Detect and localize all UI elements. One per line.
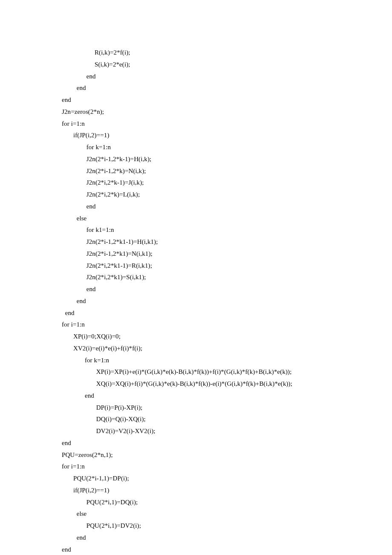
code-line: S(i,k)=2*e(i);	[62, 59, 352, 71]
code-line: PQU=zeros(2*n,1);	[62, 449, 352, 461]
code-line: end	[62, 544, 352, 555]
code-line: for k1=1:n	[62, 224, 352, 236]
code-line: end	[62, 532, 352, 544]
code-line: DP(i)=P(i)-XP(i);	[62, 402, 352, 414]
code-line: for i=1:n	[62, 118, 352, 130]
code-line: XP(i)=0;XQ(i)=0;	[62, 331, 352, 343]
code-line: end	[62, 437, 352, 449]
code-line: end	[62, 94, 352, 106]
code-line: else	[62, 508, 352, 520]
code-line: if(JP(i,2)==1)	[62, 485, 352, 497]
code-line: end	[62, 201, 352, 213]
code-line: XV2(i)=e(i)*e(i)+f(i)*f(i);	[62, 343, 352, 355]
code-line: J2n(2*i-1,2*k1-1)=H(i,k1);	[62, 236, 352, 248]
code-line: J2n=zeros(2*n);	[62, 106, 352, 118]
code-listing: R(i,k)=2*f(i); S(i,k)=2*e(i); end endend…	[62, 47, 352, 555]
code-line: for k=1:n	[62, 142, 352, 153]
code-line: if(JP(i,2)==1)	[62, 130, 352, 142]
code-line: J2n(2*i-1,2*k-1)=H(i,k);	[62, 153, 352, 165]
code-line: J2n(2*i,2*k-1)=J(i,k);	[62, 177, 352, 189]
code-line: end	[62, 390, 352, 402]
code-line: for i=1:n	[62, 461, 352, 473]
code-line: for i=1:n	[62, 319, 352, 331]
code-line: J2n(2*i,2*k1-1)=R(i,k1);	[62, 260, 352, 272]
code-line: DV2(i)=V2(i)-XV2(i);	[62, 425, 352, 437]
code-line: R(i,k)=2*f(i);	[62, 47, 352, 59]
code-line: PQU(2*i,1)=DV2(i);	[62, 520, 352, 532]
code-line: XP(i)=XP(i)+e(i)*(G(i,k)*e(k)-B(i,k)*f(k…	[62, 366, 352, 378]
code-line: J2n(2*i,2*k1)=S(i,k1);	[62, 272, 352, 283]
code-line: PQU(2*i,1)=DQ(i);	[62, 497, 352, 509]
code-line: end	[62, 82, 352, 94]
code-line: XQ(i)=XQ(i)+f(i)*(G(i,k)*e(k)-B(i,k)*f(k…	[62, 378, 352, 390]
code-line: J2n(2*i,2*k)=L(i,k);	[62, 189, 352, 201]
code-line: end	[62, 71, 352, 83]
code-line: end	[62, 307, 352, 319]
code-line: else	[62, 213, 352, 225]
code-line: J2n(2*i-1,2*k)=N(i,k);	[62, 165, 352, 177]
code-line: PQU(2*i-1,1)=DP(i);	[62, 473, 352, 485]
code-line: DQ(i)=Q(i)-XQ(i);	[62, 413, 352, 425]
code-line: J2n(2*i-1,2*k1)=N(i,k1);	[62, 248, 352, 260]
document-page: R(i,k)=2*f(i); S(i,k)=2*e(i); end endend…	[0, 0, 392, 555]
code-line: end	[62, 283, 352, 295]
code-line: end	[62, 295, 352, 307]
code-line: for k=1:n	[62, 355, 352, 367]
